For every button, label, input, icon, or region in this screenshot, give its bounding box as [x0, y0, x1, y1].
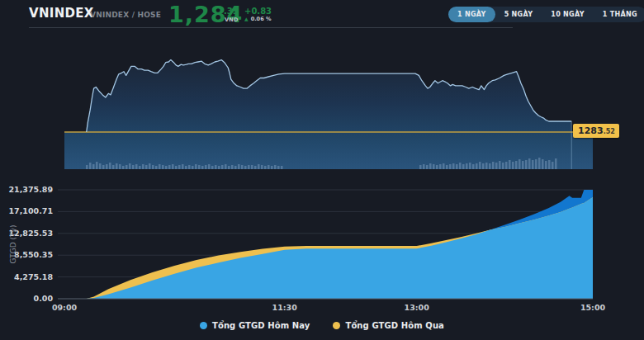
y-axis-title: GTGD (Tỷ) — [9, 225, 17, 264]
y-tick-label: 4,275.18 — [14, 272, 53, 281]
volume-bar — [548, 160, 551, 169]
volume-bar — [228, 166, 230, 169]
volume-bar — [426, 165, 429, 169]
volume-bar — [436, 165, 438, 169]
volume-bar — [258, 164, 260, 169]
volume-bar — [499, 161, 501, 169]
volume-bar — [96, 162, 98, 169]
volume-bar — [268, 165, 270, 169]
volume-bar — [218, 166, 220, 169]
volume-bar — [248, 165, 250, 169]
volume-bar — [528, 158, 531, 169]
volume-bar — [489, 163, 491, 169]
volume-bar — [281, 166, 283, 169]
volume-bar — [155, 166, 158, 169]
volume-bar — [495, 163, 498, 169]
legend-item-today[interactable]: Tổng GTGD Hôm Nay — [200, 321, 310, 330]
volume-bar — [482, 163, 485, 169]
volume-bar — [466, 163, 468, 169]
volume-bar — [99, 163, 102, 169]
volume-bar — [221, 165, 224, 169]
volume-bar — [142, 164, 144, 169]
volume-bar — [185, 166, 187, 169]
vnindex-chart-window: VNINDEX VNINDEX / HOSE 1,284 .35 VND +0.… — [0, 0, 644, 340]
ref-price-decimals: .52 — [604, 128, 615, 135]
x-tick-label: 15:00 — [580, 303, 606, 312]
volume-bar — [449, 164, 452, 169]
volume-bar — [132, 165, 135, 169]
volume-bar — [145, 165, 148, 169]
volume-bar — [429, 163, 432, 169]
volume-bar — [433, 164, 435, 169]
volume-bar — [535, 159, 537, 169]
volume-bar — [254, 166, 257, 169]
volume-bar — [225, 164, 227, 169]
volume-bar — [538, 158, 541, 169]
volume-bar — [419, 165, 422, 169]
volume-bar — [456, 164, 458, 169]
volume-bar — [231, 165, 234, 169]
volume-bar — [509, 160, 511, 169]
volume-bar — [188, 165, 191, 169]
volume-bar — [459, 163, 462, 169]
volume-bar — [106, 164, 108, 169]
volume-bar — [175, 166, 178, 169]
volume-bar — [92, 164, 95, 169]
volume-bar — [512, 162, 514, 169]
legend-label-yesterday: Tổng GTGD Hôm Qua — [345, 321, 444, 330]
volume-bar — [423, 164, 425, 169]
volume-bar — [178, 165, 181, 169]
today-dot-icon — [200, 322, 207, 329]
volume-bar — [542, 159, 544, 169]
volume-bar — [241, 165, 244, 169]
volume-bar — [195, 164, 197, 169]
volume-bar — [205, 165, 207, 169]
volume-bar — [439, 164, 442, 169]
legend-label-today: Tổng GTGD Hôm Nay — [212, 321, 310, 330]
volume-bar — [271, 166, 273, 169]
volume-bar — [251, 165, 253, 169]
price-area-fill — [87, 60, 572, 169]
volume-bar — [198, 165, 201, 169]
volume-bar — [152, 165, 154, 169]
volume-bar — [502, 163, 504, 169]
volume-bar — [135, 164, 138, 169]
gtgd-legend: Tổng GTGD Hôm Nay Tổng GTGD Hôm Qua — [0, 321, 644, 330]
volume-bar — [122, 166, 125, 169]
volume-bar — [129, 163, 131, 169]
volume-bar — [165, 166, 168, 169]
volume-bar — [89, 163, 92, 169]
volume-bar — [201, 166, 204, 169]
volume-bar — [505, 162, 508, 169]
volume-bar — [485, 163, 488, 169]
volume-bar — [192, 166, 194, 169]
volume-bar — [476, 163, 478, 169]
volume-bar — [172, 164, 174, 169]
volume-bar — [515, 161, 518, 169]
ref-price-badge: 1283.52 — [573, 124, 619, 138]
volume-bar — [86, 165, 88, 169]
volume-bar — [244, 166, 247, 169]
y-tick-label: 0.00 — [34, 294, 54, 303]
volume-bar — [116, 163, 118, 169]
volume-bar — [446, 165, 448, 169]
volume-bar — [479, 162, 481, 169]
volume-bar — [472, 164, 475, 169]
volume-bar — [552, 162, 554, 169]
volume-bar — [208, 164, 211, 169]
volume-bar — [125, 165, 128, 169]
volume-bar — [112, 165, 115, 169]
volume-bar — [102, 165, 105, 169]
volume-bar — [277, 166, 280, 169]
legend-item-yesterday[interactable]: Tổng GTGD Hôm Qua — [333, 321, 444, 330]
x-tick-label: 13:00 — [405, 303, 430, 312]
volume-bar — [261, 165, 263, 169]
x-tick-label: 11:30 — [272, 303, 298, 312]
volume-bar — [443, 163, 445, 169]
volume-bar — [555, 158, 557, 169]
x-tick-label: 09:00 — [52, 303, 78, 312]
y-tick-label: 8,550.35 — [14, 250, 53, 259]
volume-bar — [525, 160, 528, 169]
yesterday-dot-icon — [333, 322, 340, 329]
volume-bar — [215, 165, 217, 169]
